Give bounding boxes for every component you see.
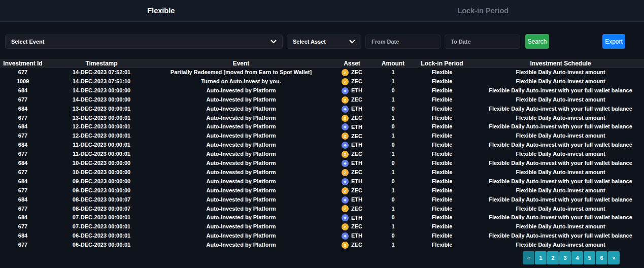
cell-event: Auto-Invested by Platform bbox=[157, 177, 325, 186]
cell-asset: zZEC bbox=[325, 77, 379, 86]
cell-amount: 1 bbox=[379, 68, 407, 77]
cell-event: Partially Redeemed [moved from Earn to S… bbox=[157, 68, 325, 77]
cell-lock-in-period: Flexible bbox=[407, 177, 477, 186]
cell-investment-id: 677 bbox=[0, 131, 46, 141]
cell-timestamp: 14-DEC-2023 00:00:00 bbox=[46, 95, 157, 105]
cell-timestamp: 14-DEC-2023 07:51:10 bbox=[46, 77, 157, 86]
asset-badge: ◆ETH bbox=[342, 159, 362, 168]
pagination-page-5[interactable]: 5 bbox=[584, 251, 595, 264]
cell-timestamp: 09-DEC-2023 00:00:00 bbox=[46, 186, 157, 195]
cell-investment-id: 684 bbox=[0, 231, 46, 241]
eth-coin-icon: ◆ bbox=[342, 160, 349, 167]
pagination-page-3[interactable]: 3 bbox=[559, 251, 571, 264]
cell-event: Auto-Invested by Platform bbox=[157, 159, 325, 168]
cell-lock-in-period: Flexible bbox=[407, 231, 477, 241]
cell-investment-id: 684 bbox=[0, 105, 46, 114]
tab-bar: Flexible Lock-in Period bbox=[0, 0, 644, 22]
cell-timestamp: 08-DEC-2023 00:00:07 bbox=[46, 195, 157, 204]
column-header-investment-schedule: Investment Schedule bbox=[477, 59, 644, 68]
eth-coin-icon: ◆ bbox=[342, 106, 349, 113]
pagination-page-1[interactable]: 1 bbox=[535, 251, 547, 264]
pagination-prev-button[interactable]: « bbox=[523, 251, 534, 264]
cell-event: Auto-Invested by Platform bbox=[157, 186, 325, 195]
cell-investment-id: 677 bbox=[0, 150, 46, 159]
cell-timestamp: 09-DEC-2023 00:00:00 bbox=[46, 177, 157, 186]
select-asset[interactable]: Select Asset bbox=[287, 35, 361, 49]
cell-amount: 1 bbox=[379, 204, 407, 213]
cell-asset: ◆ETH bbox=[325, 231, 379, 241]
asset-label: ZEC bbox=[351, 114, 362, 123]
asset-label: ETH bbox=[351, 123, 362, 132]
asset-label: ETH bbox=[351, 86, 362, 95]
pagination-page-4[interactable]: 4 bbox=[571, 251, 583, 264]
cell-investment-schedule: Flexible Daily Auto-invest with your ful… bbox=[477, 177, 644, 186]
column-header-lock-in-period: Lock-in Period bbox=[407, 59, 477, 68]
pagination-page-2[interactable]: 2 bbox=[547, 251, 559, 264]
asset-label: ZEC bbox=[351, 95, 362, 105]
cell-lock-in-period: Flexible bbox=[407, 113, 477, 122]
cell-investment-schedule: Flexible Daily Auto-invest with your ful… bbox=[477, 122, 644, 131]
tab-lock-in-period[interactable]: Lock-in Period bbox=[322, 0, 644, 21]
cell-amount: 1 bbox=[379, 186, 407, 195]
eth-coin-icon: ◆ bbox=[342, 142, 349, 149]
filter-bar: Select Event Select Asset Search Export bbox=[5, 34, 639, 49]
cell-investment-id: 677 bbox=[0, 186, 46, 195]
cell-lock-in-period: Flexible bbox=[407, 159, 477, 168]
cell-investment-id: 677 bbox=[0, 241, 46, 250]
cell-asset: zZEC bbox=[325, 150, 379, 159]
export-button[interactable]: Export bbox=[602, 34, 625, 49]
cell-lock-in-period: Flexible bbox=[407, 204, 477, 213]
cell-timestamp: 06-DEC-2023 00:00:01 bbox=[46, 231, 157, 241]
pagination-page-6[interactable]: 6 bbox=[596, 251, 607, 264]
pagination-next-button[interactable]: » bbox=[608, 251, 620, 264]
asset-badge: zZEC bbox=[342, 168, 362, 177]
cell-lock-in-period: Flexible bbox=[407, 222, 477, 231]
select-event[interactable]: Select Event bbox=[5, 35, 283, 49]
investment-history-table: Investment IdTimestampEventAssetAmountLo… bbox=[0, 59, 644, 250]
asset-label: ZEC bbox=[351, 68, 362, 77]
asset-badge: zZEC bbox=[342, 132, 362, 141]
asset-badge: zZEC bbox=[342, 241, 362, 250]
table-row: 67714-DEC-2023 07:52:01Partially Redeeme… bbox=[0, 68, 644, 77]
asset-label: ETH bbox=[351, 214, 362, 223]
cell-lock-in-period: Flexible bbox=[407, 213, 477, 222]
cell-investment-schedule: Flexible Daily Auto-invest amount bbox=[477, 131, 644, 141]
asset-label: ZEC bbox=[351, 205, 362, 214]
cell-investment-schedule: Flexible Daily Auto-invest with your ful… bbox=[477, 195, 644, 204]
search-button[interactable]: Search bbox=[525, 34, 549, 49]
zec-coin-icon: z bbox=[342, 96, 349, 104]
zec-coin-icon: z bbox=[342, 69, 349, 76]
asset-label: ZEC bbox=[351, 168, 362, 177]
cell-amount: 0 bbox=[379, 159, 407, 168]
table-row: 68411-DEC-2023 00:00:01Auto-Invested by … bbox=[0, 141, 644, 150]
cell-asset: zZEC bbox=[325, 204, 379, 213]
from-date-input[interactable] bbox=[365, 35, 440, 49]
zec-coin-icon: z bbox=[342, 205, 349, 212]
tab-flexible[interactable]: Flexible bbox=[0, 0, 322, 21]
asset-label: ETH bbox=[351, 195, 362, 205]
zec-coin-icon: z bbox=[342, 187, 349, 194]
pagination: «123456» bbox=[523, 251, 620, 264]
to-date-input[interactable] bbox=[445, 35, 520, 49]
cell-investment-id: 684 bbox=[0, 86, 46, 95]
cell-timestamp: 14-DEC-2023 00:00:00 bbox=[46, 86, 157, 95]
table-row: 67707-DEC-2023 00:00:01Auto-Invested by … bbox=[0, 222, 644, 231]
cell-investment-schedule: Flexible Daily Auto-invest amount bbox=[477, 77, 644, 86]
cell-asset: zZEC bbox=[325, 131, 379, 141]
chevron-down-icon bbox=[349, 40, 355, 44]
cell-event: Auto-Invested by Platform bbox=[157, 122, 325, 131]
column-header-asset: Asset bbox=[325, 59, 379, 68]
asset-badge: ◆ETH bbox=[342, 214, 362, 223]
cell-investment-schedule: Flexible Daily Auto-invest amount bbox=[477, 95, 644, 105]
cell-lock-in-period: Flexible bbox=[407, 86, 477, 95]
cell-investment-id: 684 bbox=[0, 177, 46, 186]
cell-investment-schedule: Flexible Daily Auto-invest amount bbox=[477, 204, 644, 213]
cell-timestamp: 08-DEC-2023 00:00:07 bbox=[46, 204, 157, 213]
cell-lock-in-period: Flexible bbox=[407, 95, 477, 105]
cell-lock-in-period: Flexible bbox=[407, 195, 477, 204]
cell-asset: zZEC bbox=[325, 113, 379, 122]
cell-investment-schedule: Flexible Daily Auto-invest amount bbox=[477, 68, 644, 77]
cell-amount: 1 bbox=[379, 222, 407, 231]
table-row: 67711-DEC-2023 00:00:01Auto-Invested by … bbox=[0, 150, 644, 159]
cell-amount: 0 bbox=[379, 231, 407, 241]
